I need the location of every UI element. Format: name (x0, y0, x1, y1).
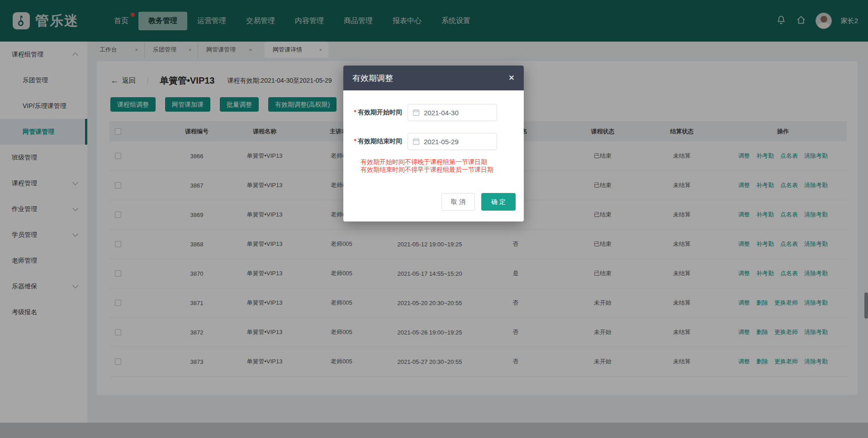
dialog-footer: 取 消 确 定 (343, 193, 524, 211)
app-window: 管乐迷 首页 教务管理 运营管理 交易管理 内容管理 商品管理 报表中心 系统设… (0, 0, 868, 438)
end-date-field-row: *有效期结束时间 (343, 133, 524, 150)
required-asterisk: * (354, 108, 356, 116)
dialog-title: 有效期调整 (352, 73, 393, 84)
dialog-header: 有效期调整 ✕ (343, 66, 524, 90)
confirm-button[interactable]: 确 定 (481, 193, 516, 211)
calendar-icon (413, 138, 420, 145)
start-date-value[interactable] (424, 109, 483, 117)
warning-line: 有效期开始时间不得晚于课程组第一节课日期 (360, 158, 493, 166)
validity-adjust-dialog: 有效期调整 ✕ *有效期开始时间 *有效期结束时间 有效期开始时间不得晚于课程组… (343, 66, 524, 221)
start-date-label: *有效期开始时间 (343, 108, 402, 117)
start-date-field-row: *有效期开始时间 (343, 104, 524, 121)
validation-warnings: 有效期开始时间不得晚于课程组第一节课日期 有效期结束时间不得早于课程组最后一节课… (360, 158, 493, 174)
cancel-button[interactable]: 取 消 (441, 193, 475, 211)
field-label-text: 有效期结束时间 (358, 137, 402, 145)
end-date-label: *有效期结束时间 (343, 137, 402, 146)
required-asterisk: * (354, 137, 356, 145)
start-date-input[interactable] (408, 104, 497, 121)
end-date-input[interactable] (408, 133, 497, 150)
calendar-icon (413, 109, 420, 116)
warning-line: 有效期结束时间不得早于课程组最后一节课日期 (360, 166, 493, 174)
close-icon[interactable]: ✕ (508, 73, 515, 83)
end-date-value[interactable] (424, 138, 483, 146)
field-label-text: 有效期开始时间 (358, 108, 402, 116)
